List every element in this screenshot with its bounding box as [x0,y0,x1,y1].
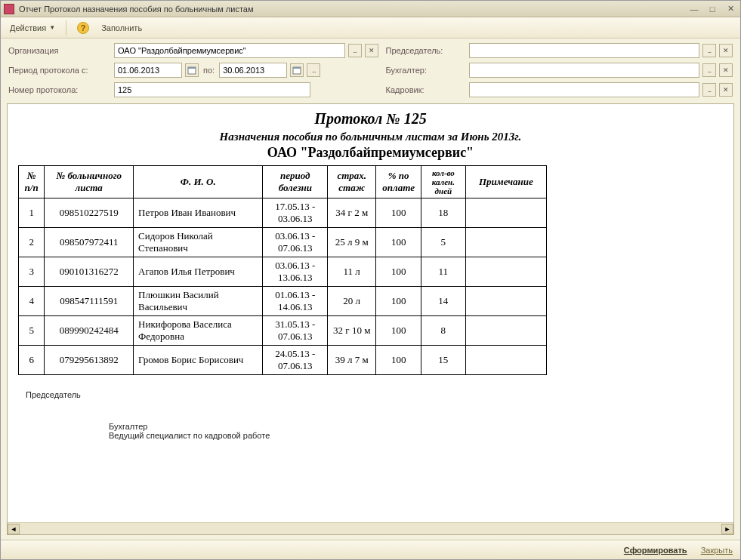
horizontal-scrollbar[interactable]: ◄ ► [8,522,733,534]
cell-sheet: 098547111591 [45,287,134,316]
window: Отчет Протокол назначения пособия по бол… [0,0,741,560]
calendar-icon [187,66,196,75]
org-input[interactable]: ОАО "Раздолбайпремиумсервис" [114,43,345,58]
sign-chairman: Председатель [26,390,723,399]
org-clear-button[interactable]: ✕ [365,44,378,57]
col-fio: Ф. И. О. [134,166,263,198]
number-field-wrap: 125 [114,82,378,97]
cell-period: 31.05.13 - 07.06.13 [263,316,328,346]
hr-field-wrap: ... ✕ [469,82,733,97]
cell-n: 5 [19,316,45,346]
date-from-value: 01.06.2013 [118,66,159,75]
cell-period: 24.05.13 - 07.06.13 [263,346,328,375]
org-label: Организация [8,46,107,55]
cell-fio: Плюшкин Василий Васильевич [134,287,263,316]
hr-lookup-button[interactable]: ... [702,83,716,97]
cell-fio: Громов Борис Борисович [134,346,263,375]
cell-days: 14 [421,287,465,316]
cell-n: 3 [19,257,45,287]
cell-percent: 100 [376,257,421,287]
scroll-right-button[interactable]: ► [721,524,733,534]
scroll-left-button[interactable]: ◄ [8,524,20,534]
cell-stazh: 39 л 7 м [328,346,376,375]
number-input[interactable]: 125 [114,82,310,97]
date-from-input[interactable]: 01.06.2013 [114,63,182,78]
date-to-label: по: [203,66,215,75]
cell-percent: 100 [376,346,421,375]
cell-sheet: 098510227519 [45,198,134,228]
date-from-calendar-button[interactable] [185,63,199,77]
fill-button[interactable]: Заполнить [97,22,147,34]
cell-period: 03.06.13 - 13.06.13 [263,257,328,287]
period-label: Период протокола с: [8,66,107,75]
generate-button[interactable]: Сформировать [624,546,687,555]
chairman-lookup-button[interactable]: ... [702,44,716,57]
close-button[interactable]: Закрыть [701,546,733,555]
accountant-input[interactable] [469,63,700,78]
svg-rect-3 [293,67,301,69]
hr-label: Кадровик: [386,85,462,94]
sign-accountant: Бухгалтер [109,422,723,431]
cell-sheet: 098507972411 [45,228,134,257]
cell-days: 8 [421,316,465,346]
cell-n: 6 [19,346,45,375]
table-row: 1098510227519Петров Иван Иванович17.05.1… [19,198,547,228]
date-to-input[interactable]: 30.06.2013 [219,63,287,78]
cell-stazh: 32 г 10 м [328,316,376,346]
cell-period: 01.06.13 - 14.06.13 [263,287,328,316]
sign-hr: Ведущий специалист по кадровой работе [109,431,723,440]
cell-days: 15 [421,346,465,375]
cell-percent: 100 [376,316,421,346]
cell-days: 18 [421,198,465,228]
cell-stazh: 20 л [328,287,376,316]
period-choose-button[interactable]: ... [307,63,320,77]
cell-note [465,316,546,346]
chairman-clear-button[interactable]: ✕ [719,44,733,57]
cell-fio: Сидоров Николай Степанович [134,228,263,257]
report-org: ОАО "Раздолбайпремиумсервис" [18,145,723,161]
col-percent: % по оплате [376,166,421,198]
chairman-input[interactable] [469,43,700,58]
maximize-button[interactable]: □ [705,3,719,15]
period-field-wrap: 01.06.2013 по: 30.06.2013 ... [114,63,378,78]
cell-n: 1 [19,198,45,228]
window-title: Отчет Протокол назначения пособия по бол… [19,5,253,14]
cell-percent: 100 [376,198,421,228]
table-row: 2098507972411Сидоров Николай Степанович0… [19,228,547,257]
cell-percent: 100 [376,287,421,316]
cell-fio: Никифорова Васелиса Федоровна [134,316,263,346]
form-panel: Организация ОАО "Раздолбайпремиумсервис"… [1,38,740,100]
table-row: 5089990242484Никифорова Васелиса Федоров… [19,316,547,346]
actions-menu-button[interactable]: Действия ▼ [5,22,60,34]
cell-days: 5 [421,228,465,257]
cell-sheet: 079295613892 [45,346,134,375]
titlebar: Отчет Протокол назначения пособия по бол… [1,1,740,17]
org-lookup-button[interactable]: ... [348,44,362,57]
toolbar-separator [66,20,66,35]
accountant-clear-button[interactable]: ✕ [719,63,733,77]
date-to-calendar-button[interactable] [290,63,304,77]
chevron-down-icon: ▼ [49,24,55,31]
cell-sheet: 089990242484 [45,316,134,346]
table-row: 6079295613892Громов Борис Борисович24.05… [19,346,547,375]
number-label: Номер протокола: [8,85,107,94]
hr-input[interactable] [469,82,700,97]
table-body: 1098510227519Петров Иван Иванович17.05.1… [19,198,547,375]
table-row: 3090101316272Агапов Илья Петрович03.06.1… [19,257,547,287]
col-stazh: страх. стаж [328,166,376,198]
col-sheet: № больничного листа [45,166,134,198]
col-n: № п/п [19,166,45,198]
cell-fio: Агапов Илья Петрович [134,257,263,287]
help-button[interactable]: ? [73,20,94,35]
cell-stazh: 34 г 2 м [328,198,376,228]
minimize-button[interactable]: ― [687,3,701,15]
bottom-bar: Сформировать Закрыть [1,540,740,559]
report-title: Протокол № 125 [18,110,723,128]
help-icon: ? [77,22,89,34]
accountant-field-wrap: ... ✕ [469,63,733,78]
cell-note [465,228,546,257]
close-window-button[interactable]: ✕ [724,3,737,15]
hr-clear-button[interactable]: ✕ [719,83,733,97]
report-table: № п/п № больничного листа Ф. И. О. перио… [18,165,547,375]
accountant-lookup-button[interactable]: ... [702,63,716,77]
